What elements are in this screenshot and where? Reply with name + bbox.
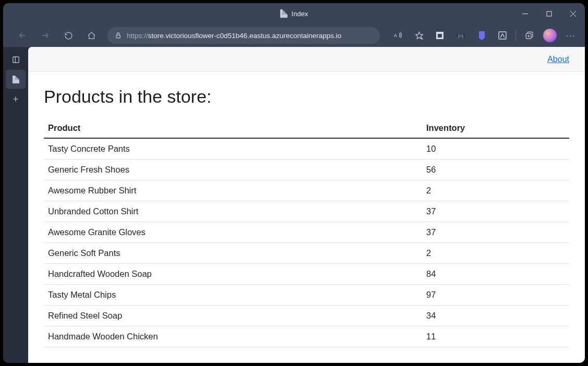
col-product-header: Product (44, 118, 422, 138)
table-row: Handcrafted Wooden Soap84 (44, 264, 569, 285)
cell-inventory: 56 (422, 160, 569, 180)
minimize-button[interactable] (513, 3, 537, 24)
page-title: Products in the store: (44, 87, 569, 107)
url-scheme: https:// (127, 32, 148, 40)
svg-text:(=): (=) (458, 33, 463, 38)
url-text: https://store.victoriousflower-c0d51b46.… (127, 32, 341, 40)
page-icon (280, 9, 287, 18)
read-aloud-icon[interactable]: A (388, 27, 408, 44)
profile-avatar[interactable] (540, 27, 560, 44)
cell-inventory: 84 (422, 264, 569, 285)
cell-inventory: 37 (422, 201, 569, 222)
table-row: Tasty Metal Chips97 (44, 285, 569, 306)
cell-product: Generic Soft Pants (44, 243, 422, 264)
home-button[interactable] (81, 27, 101, 44)
products-table: Product Inventory Tasty Concrete Pants10… (44, 118, 569, 347)
table-row: Generic Soft Pants2 (44, 243, 569, 264)
cell-product: Handcrafted Wooden Soap (44, 264, 422, 285)
favorites-icon[interactable] (409, 27, 429, 44)
table-row: Unbranded Cotton Shirt37 (44, 201, 569, 222)
cell-product: Refined Steel Soap (44, 306, 422, 326)
url-host: store.victoriousflower-c0d51b46.eastus.a… (148, 32, 342, 40)
settings-menu-button[interactable]: ··· (561, 27, 581, 44)
cell-inventory: 2 (422, 180, 569, 201)
extension-button-4[interactable] (493, 27, 512, 44)
cell-product: Generic Fresh Shoes (44, 160, 422, 180)
cell-inventory: 2 (422, 243, 569, 264)
toolbar-right: A (=) ··· (386, 27, 581, 44)
cell-inventory: 10 (422, 138, 569, 160)
table-row: Handmade Wooden Chicken11 (44, 326, 569, 347)
cell-inventory: 97 (422, 285, 569, 306)
extension-button-3[interactable] (472, 27, 491, 44)
page-content: About Products in the store: Product Inv… (28, 47, 585, 363)
address-bar[interactable]: https://store.victoriousflower-c0d51b46.… (107, 27, 380, 44)
extension-button-1[interactable] (430, 27, 450, 44)
table-row: Generic Fresh Shoes56 (44, 160, 569, 180)
table-row: Awesome Granite Gloves37 (44, 222, 569, 243)
avatar-icon (543, 29, 557, 42)
close-button[interactable] (561, 3, 585, 24)
page-icon (13, 76, 19, 83)
cell-product: Unbranded Cotton Shirt (44, 201, 422, 222)
collections-icon[interactable] (519, 27, 539, 44)
divider (515, 30, 516, 41)
table-header-row: Product Inventory (44, 118, 569, 138)
cell-product: Tasty Concrete Pants (44, 138, 422, 160)
browser-toolbar: https://store.victoriousflower-c0d51b46.… (3, 24, 585, 47)
cell-product: Awesome Rubber Shirt (44, 180, 422, 201)
svg-text:A: A (394, 33, 397, 38)
browser-window: Index (3, 3, 585, 363)
title-bar: Index (3, 3, 585, 24)
back-button[interactable] (13, 27, 32, 44)
tab-title: Index (292, 10, 308, 18)
svg-rect-1 (547, 11, 551, 16)
toggle-tabs-button[interactable] (6, 50, 26, 69)
table-row: Tasty Concrete Pants10 (44, 138, 569, 160)
forward-button[interactable] (35, 27, 55, 44)
svg-rect-12 (499, 32, 506, 39)
svg-rect-4 (116, 35, 121, 38)
cell-inventory: 37 (422, 222, 569, 243)
maximize-button[interactable] (537, 3, 561, 24)
lock-icon (115, 32, 122, 39)
vertical-tabs-sidebar (3, 47, 28, 363)
cell-inventory: 11 (422, 326, 569, 347)
window-controls (513, 3, 585, 24)
refresh-button[interactable] (58, 27, 78, 44)
svg-rect-16 (13, 56, 18, 62)
site-top-nav: About (28, 47, 585, 72)
about-link[interactable]: About (547, 55, 569, 64)
col-inventory-header: Inventory (422, 118, 569, 138)
table-row: Awesome Rubber Shirt2 (44, 180, 569, 201)
svg-rect-9 (438, 34, 442, 38)
cell-inventory: 34 (422, 306, 569, 326)
extension-button-2[interactable]: (=) (451, 27, 471, 44)
table-row: Refined Steel Soap34 (44, 306, 569, 326)
cell-product: Handmade Wooden Chicken (44, 326, 422, 347)
cell-product: Tasty Metal Chips (44, 285, 422, 306)
tab-item[interactable] (6, 70, 26, 89)
cell-product: Awesome Granite Gloves (44, 222, 422, 243)
new-tab-button[interactable] (6, 90, 26, 108)
